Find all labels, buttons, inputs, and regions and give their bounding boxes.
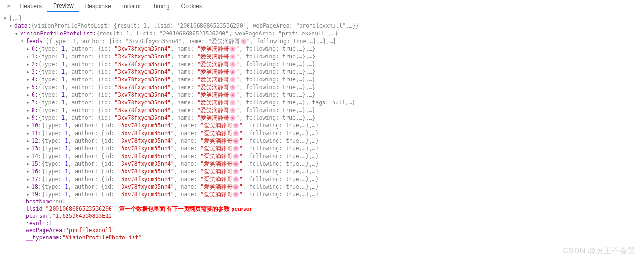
tree-row-feed-item[interactable]: 4: {type: 1, author: {id: "3xv78fxycm35n… [4,76,644,83]
tree-row-feed-item[interactable]: 12: {type: 1, author: {id: "3xv78fxycm35… [4,137,644,145]
feed-index: 1 [32,53,35,60]
tree-row-feed-item[interactable]: 11: {type: 1, author: {id: "3xv78fxycm35… [4,129,644,137]
feed-index: 7 [32,99,35,106]
caret-right-icon[interactable] [27,175,32,183]
tree-row-feed-item[interactable]: 19: {type: 1, author: {id: "3xv78fxycm35… [4,191,644,198]
caret-right-icon[interactable] [27,99,32,106]
caret-right-icon[interactable] [27,191,32,198]
tree-row-feed-item[interactable]: 6: {type: 1, author: {id: "3xv78fxycm35n… [4,91,644,99]
tree-row-webpagearea[interactable]: webPageArea: "profilexxnull" [4,227,644,234]
feed-index: 2 [32,61,35,68]
feed-preview: {type: 1, author: {id: "3xv78fxycm35nn4"… [42,168,319,175]
feed-preview: {type: 1, author: {id: "3xv78fxycm35nn4"… [42,176,319,183]
tree-row-hostname[interactable]: hostName: null [4,198,644,205]
tree-row-feed-item[interactable]: 8: {type: 1, author: {id: "3xv78fxycm35n… [4,106,644,114]
feed-preview: {type: 1, author: {id: "3xv78fxycm35nn4"… [38,76,315,83]
tree-row-feed-item[interactable]: 1: {type: 1, author: {id: "3xv78fxycm35n… [4,53,644,60]
tree-row-feeds[interactable]: feeds: [{type: 1, author: {id: "3xv78fxy… [4,37,644,45]
preview: [{type: 1, author: {id: "3xv78fxycm35nn4… [46,38,336,45]
feed-preview: {type: 1, author: {id: "3xv78fxycm35nn4"… [38,53,315,60]
key: visionProfilePhotoList [20,30,93,37]
tree-row-vplist[interactable]: visionProfilePhotoList: {result: 1, llsi… [4,30,644,37]
caret-down-icon[interactable] [21,37,26,45]
tree-row-feed-item[interactable]: 7: {type: 1, author: {id: "3xv78fxycm35n… [4,99,644,106]
annotation-text: 第一个数据包里面 有下一页翻页需要的参数 pcursor [119,205,252,213]
tree-row-feed-item[interactable]: 18: {type: 1, author: {id: "3xv78fxycm35… [4,183,644,191]
feed-index: 4 [32,76,35,83]
key: llsid [26,205,43,213]
feed-index: 14 [32,153,38,160]
caret-right-icon[interactable] [27,122,32,129]
caret-right-icon[interactable] [27,160,32,168]
value: "VisionProfilePhotoList" [62,234,142,241]
feed-preview: {type: 1, author: {id: "3xv78fxycm35nn4"… [38,68,315,76]
tree-row-feed-item[interactable]: 0: {type: 1, author: {id: "3xv78fxycm35n… [4,45,644,53]
tree-row-feed-item[interactable]: 13: {type: 1, author: {id: "3xv78fxycm35… [4,145,644,152]
feed-preview: {type: 1, author: {id: "3xv78fxycm35nn4"… [42,153,319,160]
tree-row-feed-item[interactable]: 3: {type: 1, author: {id: "3xv78fxycm35n… [4,68,644,76]
key: feeds [26,38,43,45]
key: __typename [26,234,59,241]
tab-cookies[interactable]: Cookies [176,0,208,12]
tree-row-typename[interactable]: __typename: "VisionProfilePhotoList" [4,234,644,241]
tree-row-feed-item[interactable]: 14: {type: 1, author: {id: "3xv78fxycm35… [4,152,644,160]
caret-right-icon[interactable] [27,129,32,137]
tree-row-feed-item[interactable]: 9: {type: 1, author: {id: "3xv78fxycm35n… [4,114,644,122]
feed-preview: {type: 1, author: {id: "3xv78fxycm35nn4"… [38,114,315,122]
caret-right-icon[interactable] [27,137,32,145]
caret-right-icon[interactable] [27,145,32,152]
tree-row-feed-item[interactable]: 16: {type: 1, author: {id: "3xv78fxycm35… [4,168,644,175]
tree-row-pcursor[interactable]: pcursor: "1.625304530833E12" [4,213,644,220]
caret-right-icon[interactable] [27,76,32,83]
tree-row-feed-item[interactable]: 17: {type: 1, author: {id: "3xv78fxycm35… [4,175,644,183]
key: hostName [26,198,52,205]
tree-row-feed-item[interactable]: 15: {type: 1, author: {id: "3xv78fxycm35… [4,160,644,168]
feed-index: 11 [32,130,38,137]
feed-preview: {type: 1, author: {id: "3xv78fxycm35nn4"… [38,84,315,91]
preview: {result: 1, llsid: "2001068686523536290"… [96,30,338,37]
feed-index: 15 [32,160,38,168]
value: 1 [49,220,52,227]
tree-row-llsid[interactable]: llsid: "2001068686523536290" 第一个数据包里面 有下… [4,205,644,213]
value: null [56,198,69,205]
caret-right-icon[interactable] [27,152,32,160]
caret-right-icon[interactable] [27,168,32,175]
tree-row-feed-item[interactable]: 2: {type: 1, author: {id: "3xv78fxycm35n… [4,60,644,68]
tree-row-feed-item[interactable]: 10: {type: 1, author: {id: "3xv78fxycm35… [4,122,644,129]
close-icon[interactable]: × [3,2,14,10]
feed-index: 5 [32,84,35,91]
caret-down-icon[interactable] [4,14,9,22]
caret-right-icon[interactable] [27,83,32,91]
feed-preview: {type: 1, author: {id: "3xv78fxycm35nn4"… [38,91,315,99]
caret-right-icon[interactable] [27,106,32,114]
caret-down-icon[interactable] [10,22,14,30]
tree-row-result[interactable]: result: 1 [4,220,644,227]
caret-right-icon[interactable] [27,53,32,60]
key: pcursor [26,213,49,220]
feed-preview: {type: 1, author: {id: "3xv78fxycm35nn4"… [42,145,319,152]
key: data [14,23,28,30]
tree-row-data[interactable]: data: {visionProfilePhotoList: {result: … [4,22,644,30]
caret-right-icon[interactable] [27,114,32,122]
caret-right-icon[interactable] [27,68,32,76]
feed-index: 9 [32,114,35,122]
key: webPageArea [26,227,62,234]
feed-preview: {type: 1, author: {id: "3xv78fxycm35nn4"… [42,183,319,191]
caret-down-icon[interactable] [15,30,20,37]
tab-response[interactable]: Response [79,0,117,12]
feed-preview: {type: 1, author: {id: "3xv78fxycm35nn4"… [42,137,319,145]
tab-initiator[interactable]: Initiator [117,0,147,12]
caret-right-icon[interactable] [27,60,32,68]
tree-row-feed-item[interactable]: 5: {type: 1, author: {id: "3xv78fxycm35n… [4,83,644,91]
tab-timing[interactable]: Timing [147,0,176,12]
feed-index: 12 [32,137,38,145]
tab-preview[interactable]: Preview [47,0,79,12]
caret-right-icon[interactable] [27,45,32,53]
tab-headers[interactable]: Headers [14,0,47,12]
feed-index: 0 [32,45,35,53]
feeds-items: 0: {type: 1, author: {id: "3xv78fxycm35n… [4,45,644,198]
value: "1.625304530833E12" [52,213,115,220]
tree-row-root[interactable]: {,…} [4,14,644,22]
caret-right-icon[interactable] [27,183,32,191]
caret-right-icon[interactable] [27,91,32,99]
